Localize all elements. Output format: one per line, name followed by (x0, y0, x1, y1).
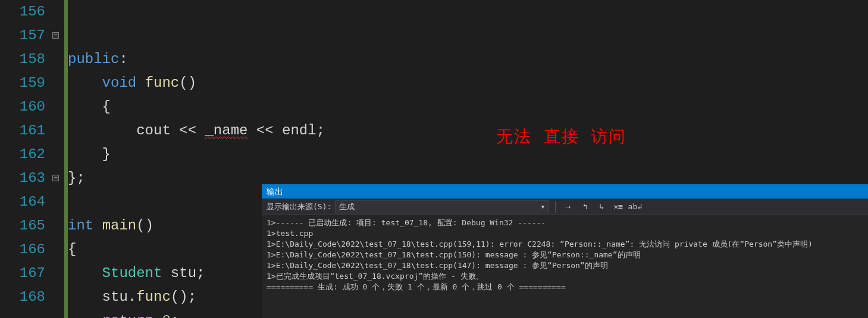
annotation-text: 无法 直接 访问 (496, 125, 626, 149)
output-source-selected: 生成 (339, 201, 355, 212)
code-line[interactable]: public: (68, 48, 868, 71)
code-token (136, 75, 145, 91)
code-token: ; (317, 122, 325, 138)
code-line[interactable]: } (68, 143, 868, 166)
code-token (153, 313, 162, 318)
code-token: main (102, 218, 137, 234)
code-token (68, 75, 102, 91)
code-token: cout (136, 122, 171, 138)
line-number: 161 (0, 119, 45, 143)
code-token: << (247, 122, 282, 138)
line-number: 157 (0, 24, 45, 48)
code-token: 0 (162, 313, 170, 318)
code-token: () (179, 75, 196, 91)
code-token: } (68, 146, 111, 162)
code-token: Student (102, 265, 162, 281)
line-number: 162 (0, 143, 45, 166)
code-token: stu; (162, 265, 205, 281)
code-token: _name (205, 122, 247, 138)
line-number: 156 (0, 0, 45, 24)
fold-toggle-icon[interactable]: − (52, 32, 59, 39)
output-panel: 输出 显示输出来源(S): 生成 ▾ ⇢ ↰ ↳ ✕≡ ab↲ 1>------… (262, 184, 868, 318)
output-text[interactable]: 1>------ 已启动生成: 项目: test_07_18, 配置: Debu… (262, 215, 868, 295)
line-number: 166 (0, 238, 45, 262)
line-number: 167 (0, 262, 45, 285)
code-token: public (68, 51, 119, 67)
code-token: func (145, 75, 180, 91)
code-token (68, 122, 136, 138)
code-token: () (136, 218, 153, 234)
output-source-label: 显示输出来源(S): (267, 201, 331, 212)
code-token: << (171, 122, 205, 138)
code-token: : (119, 51, 127, 67)
code-token: int (68, 218, 93, 234)
output-toolbar: 显示输出来源(S): 生成 ▾ ⇢ ↰ ↳ ✕≡ ab↲ (262, 199, 868, 215)
line-number: 168 (0, 285, 45, 309)
code-token: (); (171, 289, 196, 305)
previous-message-icon[interactable]: ↰ (578, 200, 591, 213)
code-token: stu. (68, 289, 136, 305)
clear-all-icon[interactable]: ✕≡ (612, 200, 625, 213)
output-panel-title: 输出 (262, 185, 868, 199)
code-token (93, 218, 102, 234)
code-line[interactable]: void func() (68, 71, 868, 95)
output-source-dropdown[interactable]: 生成 ▾ (335, 200, 549, 213)
code-token (68, 313, 102, 318)
code-token: }; (68, 170, 85, 186)
line-number: 160 (0, 95, 45, 119)
code-token: return (102, 313, 153, 318)
code-token: func (136, 289, 171, 305)
fold-column[interactable]: −− (52, 0, 64, 318)
chevron-down-icon: ▾ (540, 202, 545, 211)
next-message-icon[interactable]: ↳ (595, 200, 608, 213)
line-number: 165 (0, 214, 45, 238)
code-line[interactable]: cout << _name << endl; (68, 119, 868, 143)
line-number: 158 (0, 48, 45, 71)
code-token (68, 265, 102, 281)
line-number: 163 (0, 166, 45, 190)
line-number: 164 (0, 190, 45, 214)
code-token: endl (282, 122, 317, 138)
toolbar-separator (555, 201, 556, 213)
code-token: void (102, 75, 137, 91)
code-token: { (68, 241, 76, 257)
code-token: ; (171, 313, 179, 318)
line-number: 159 (0, 71, 45, 95)
go-to-icon[interactable]: ⇢ (562, 200, 575, 213)
code-line[interactable]: { (68, 95, 868, 119)
code-token: { (68, 99, 111, 115)
word-wrap-icon[interactable]: ab↲ (628, 200, 641, 213)
line-number-gutter: 156157158159160161162163164165166167168 (0, 0, 52, 318)
fold-toggle-icon[interactable]: − (52, 175, 59, 181)
